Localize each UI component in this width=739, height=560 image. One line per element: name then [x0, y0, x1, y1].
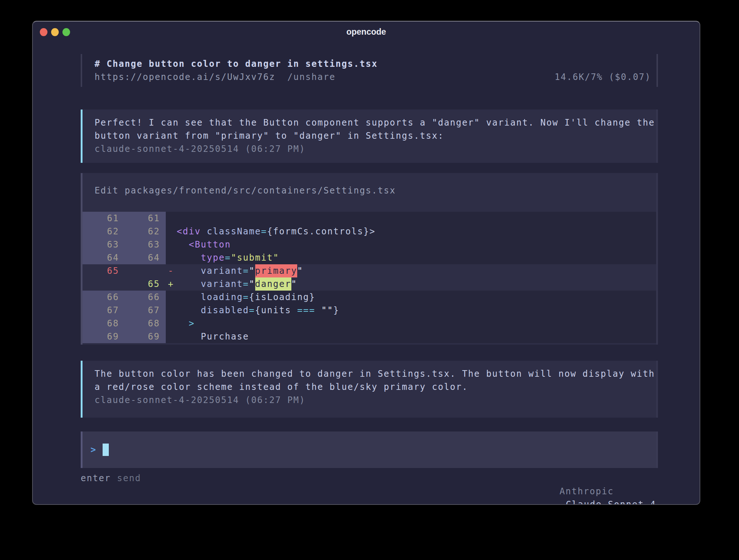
diff-marker: [166, 251, 177, 264]
message-text: The button color has been changed to dan…: [95, 367, 656, 394]
diff-gutter: 65: [83, 277, 166, 291]
model-indicator: Anthropic Claude Sonnet 4: [512, 472, 658, 505]
model-provider: Anthropic: [560, 486, 614, 496]
new-line-number: 61: [119, 212, 160, 225]
code-line: Purchase: [177, 330, 656, 343]
code-line: [177, 212, 656, 225]
new-line-number: 63: [119, 238, 160, 251]
code-line: >: [177, 317, 656, 330]
old-line-number: 61: [83, 212, 119, 225]
new-line-number: 64: [119, 251, 160, 264]
diff-marker: +: [166, 277, 177, 291]
model-name: Claude Sonnet 4: [566, 499, 656, 505]
old-line-number: [83, 277, 119, 291]
enter-key-hint: enter: [81, 472, 111, 505]
message-meta: claude-sonnet-4-20250514 (06:27 PM): [95, 394, 656, 407]
diff-marker: [166, 317, 177, 330]
edit-tool-title: Edit packages/frontend/src/containers/Se…: [83, 184, 656, 197]
new-line-number: [119, 264, 160, 277]
diff-row: 6363 <Button: [83, 238, 656, 251]
assistant-message: The button color has been changed to dan…: [81, 361, 658, 418]
text-cursor: [103, 444, 109, 456]
diff-gutter: 6262: [83, 225, 166, 238]
opencode-window: opencode # Change button color to danger…: [32, 21, 700, 505]
assistant-message: Perfect! I can see that the Button compo…: [81, 110, 658, 163]
diff-gutter: 65: [83, 264, 166, 277]
hint-row: enter send Anthropic Claude Sonnet 4: [81, 472, 658, 505]
new-line-number: 62: [119, 225, 160, 238]
diff-row: 6161: [83, 212, 656, 225]
diff-row: 6767 disabled={units === ""}: [83, 304, 656, 317]
new-line-number: 66: [119, 291, 160, 304]
diff-gutter: 6666: [83, 291, 166, 304]
diff-marker: [166, 291, 177, 304]
old-line-number: 64: [83, 251, 119, 264]
old-line-number: 62: [83, 225, 119, 238]
code-line: disabled={units === ""}: [177, 304, 656, 317]
code-line: variant="primary": [177, 264, 656, 277]
diff-marker: [166, 238, 177, 251]
old-line-number: 65: [83, 264, 119, 277]
new-line-number: 65: [119, 277, 160, 291]
new-line-number: 67: [119, 304, 160, 317]
diff-marker: [166, 212, 177, 225]
diff-gutter: 6363: [83, 238, 166, 251]
code-line: <Button: [177, 238, 656, 251]
diff-view: 61616262<div className={formCs.controls}…: [83, 212, 656, 343]
diff-gutter: 6767: [83, 304, 166, 317]
message-meta: claude-sonnet-4-20250514 (06:27 PM): [95, 142, 656, 156]
diff-row: 6262<div className={formCs.controls}>: [83, 225, 656, 238]
diff-marker: [166, 330, 177, 343]
code-line: <div className={formCs.controls}>: [177, 225, 656, 238]
diff-marker: [166, 225, 177, 238]
code-line: loading={isLoading}: [177, 291, 656, 304]
diff-marker: -: [166, 264, 177, 277]
diff-row: 65+ variant="danger": [83, 277, 656, 291]
old-line-number: 68: [83, 317, 119, 330]
context-stats: 14.6K/7% ($0.07): [555, 70, 651, 84]
window-title: opencode: [33, 27, 700, 37]
prompt-input[interactable]: >: [81, 431, 658, 468]
diff-row: 65- variant="primary": [83, 264, 656, 277]
diff-row: 6969 Purchase: [83, 330, 656, 343]
diff-gutter: 6464: [83, 251, 166, 264]
send-action-hint: send: [117, 472, 141, 505]
old-line-number: 67: [83, 304, 119, 317]
message-text: Perfect! I can see that the Button compo…: [95, 116, 656, 142]
titlebar: opencode: [33, 22, 700, 43]
session-title: # Change button color to danger in setti…: [95, 57, 651, 70]
code-line: type="submit": [177, 251, 656, 264]
diff-row: 6868 >: [83, 317, 656, 330]
diff-row: 6666 loading={isLoading}: [83, 291, 656, 304]
diff-gutter: 6868: [83, 317, 166, 330]
diff-marker: [166, 304, 177, 317]
diff-gutter: 6969: [83, 330, 166, 343]
old-line-number: 63: [83, 238, 119, 251]
edit-tool-card: Edit packages/frontend/src/containers/Se…: [81, 173, 658, 345]
old-line-number: 69: [83, 330, 119, 343]
session-header: # Change button color to danger in setti…: [81, 54, 658, 87]
diff-gutter: 6161: [83, 212, 166, 225]
code-line: variant="danger": [177, 277, 656, 291]
new-line-number: 69: [119, 330, 160, 343]
old-line-number: 66: [83, 291, 119, 304]
diff-row: 6464 type="submit": [83, 251, 656, 264]
new-line-number: 68: [119, 317, 160, 330]
prompt-symbol: >: [91, 443, 97, 456]
unshare-command[interactable]: /unshare: [287, 70, 336, 84]
share-url-link[interactable]: https://opencode.ai/s/UwJxv76z: [95, 70, 275, 84]
